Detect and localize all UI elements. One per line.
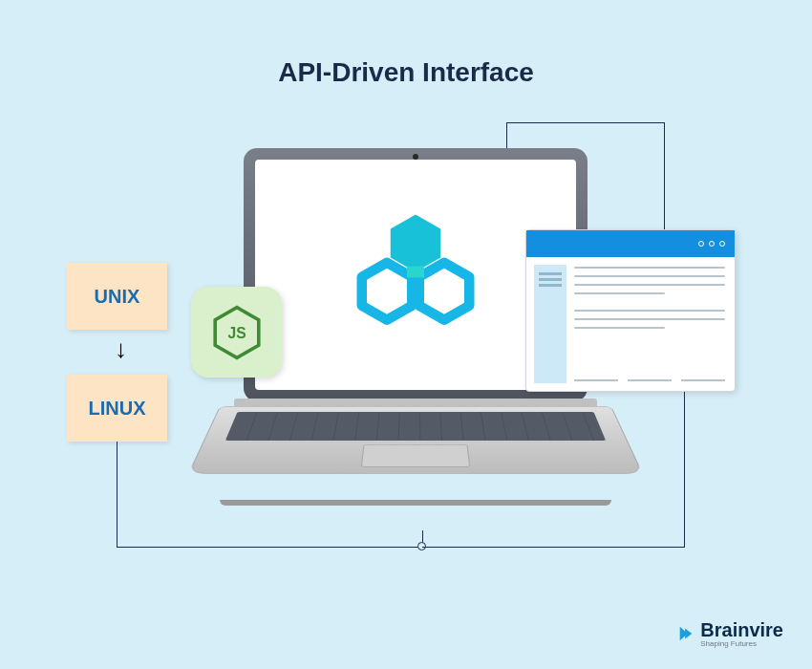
linux-box: LINUX: [67, 375, 167, 442]
svg-marker-1: [362, 262, 413, 319]
connector-line: [664, 122, 665, 229]
keyboard-icon: [225, 412, 606, 441]
window-control-icon: [709, 241, 715, 247]
connector-line: [117, 442, 118, 547]
connector-line: [506, 122, 664, 123]
laptop-base: [188, 406, 643, 474]
svg-marker-6: [685, 629, 692, 639]
svg-marker-3: [407, 266, 424, 277]
unix-box: UNIX: [67, 263, 167, 330]
browser-content-lines: [574, 267, 725, 335]
page-title: API-Driven Interface: [0, 57, 812, 88]
brand-mark-icon: [677, 625, 694, 642]
arrow-down-icon: ↓: [115, 334, 127, 364]
browser-titlebar: [526, 230, 735, 257]
browser-sidebar: [534, 265, 566, 383]
browser-body: [526, 257, 735, 391]
browser-window-icon: [525, 229, 736, 392]
connector-line: [684, 392, 685, 547]
nodejs-label: JS: [227, 325, 246, 341]
brand-logo: Brainvire Shaping Futures: [677, 619, 783, 648]
trackpad-icon: [361, 444, 471, 467]
window-control-icon: [698, 241, 704, 247]
camera-icon: [413, 154, 418, 160]
laptop-foot: [220, 500, 611, 506]
browser-footer: [574, 379, 725, 381]
svg-marker-2: [419, 262, 470, 319]
connector-line: [117, 547, 422, 548]
nodejs-icon: JS: [191, 287, 282, 378]
window-control-icon: [719, 241, 725, 247]
nos-logo-icon: [344, 202, 487, 349]
connector-line: [422, 547, 685, 548]
brand-name: Brainvire: [700, 619, 783, 641]
